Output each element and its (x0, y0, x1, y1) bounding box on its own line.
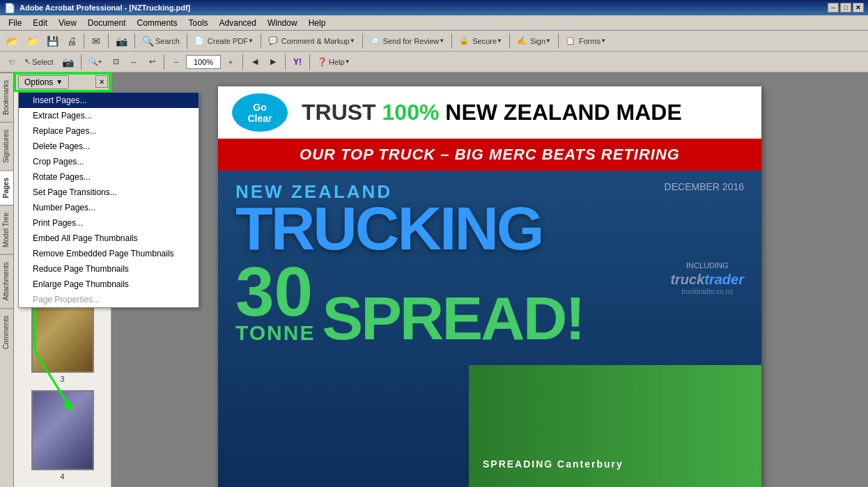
menu-file[interactable]: File (3, 17, 27, 29)
truck-image-area: SPREADING Canterbury (469, 365, 761, 487)
send-review-button[interactable]: 📨 Send for Review ▼ (366, 33, 449, 49)
menu-bar: File Edit View Document Comments Tools A… (0, 15, 868, 31)
insert-pages-item[interactable]: Insert Pages... (19, 93, 199, 108)
help-button[interactable]: ❓ Help ▼ (313, 54, 354, 70)
menu-help[interactable]: Help (303, 17, 332, 29)
hundred-percent: 100% (382, 100, 440, 125)
options-close-button[interactable]: ✕ (95, 75, 108, 88)
signatures-tab[interactable]: Signatures (0, 122, 13, 170)
hand-tool-button[interactable]: ☜ (3, 54, 20, 70)
save-icon: 💾 (47, 36, 59, 47)
rotate-pages-item[interactable]: Rotate Pages... (19, 169, 199, 185)
menu-comments[interactable]: Comments (132, 17, 183, 29)
fit-width-button[interactable]: ↔ (125, 54, 142, 70)
set-page-transitions-item[interactable]: Set Page Transitions... (19, 185, 199, 200)
lock-icon: 🔒 (459, 36, 469, 45)
nz-made: NEW ZEALAND MADE (445, 100, 682, 125)
toolbar-sep-5 (261, 33, 261, 49)
toolbar-sep-9 (558, 33, 559, 49)
email-button[interactable]: ✉ (88, 33, 104, 49)
toolbar-sep-4 (187, 33, 187, 49)
maximize-button[interactable]: □ (840, 3, 851, 13)
comments-tab[interactable]: Comments (0, 308, 13, 356)
embed-thumbnails-item[interactable]: Embed All Page Thumbnails (19, 231, 199, 246)
search-button[interactable]: 🔍 Search (139, 33, 183, 49)
print-pages-item[interactable]: Print Pages... (19, 215, 199, 231)
secure-label: Secure (472, 37, 497, 45)
nav-next-icon: ▶ (270, 57, 276, 66)
yahoo-icon: Y! (293, 57, 302, 67)
window-title: Adobe Acrobat Professional - [NZTrucking… (20, 3, 828, 12)
number-pages-item[interactable]: Number Pages... (19, 200, 199, 215)
snapshot-icon: 📷 (62, 56, 74, 68)
menu-tools[interactable]: Tools (183, 17, 214, 29)
yahoo-button[interactable]: Y! (289, 54, 306, 70)
create-pdf-icon: 📄 (194, 36, 204, 45)
delete-pages-item[interactable]: Delete Pages... (19, 139, 199, 154)
sign-button[interactable]: ✍ Sign ▼ (513, 33, 555, 49)
attachments-tab[interactable]: Attachments (0, 254, 13, 308)
toolbar-2: ☜ ↖ Select 📷 🔍+ ⊡ ↔ ↩ − 100% + ◀ ▶ Y! ❓ … (0, 52, 868, 72)
model-tree-tab[interactable]: Model Tree (0, 205, 13, 254)
zoom-out-button[interactable]: − (168, 54, 185, 70)
menu-advanced[interactable]: Advanced (214, 17, 262, 29)
sign-label: Sign (530, 37, 545, 45)
create-pdf-label: Create PDF (208, 37, 248, 45)
zoom-in-button[interactable]: 🔍+ (85, 54, 106, 70)
menu-edit[interactable]: Edit (27, 17, 53, 29)
save-button[interactable]: 💾 (43, 33, 62, 49)
nav-next-button[interactable]: ▶ (265, 54, 281, 70)
bookmarks-tab[interactable]: Bookmarks (0, 72, 13, 122)
create-pdf-button[interactable]: 📄 Create PDF ▼ (191, 33, 257, 49)
app-icon: 📄 (4, 3, 15, 13)
options-button[interactable]: Options ▼ (18, 75, 69, 89)
camera-button[interactable]: 📷 (112, 33, 131, 49)
reflow-button[interactable]: ↩ (144, 54, 160, 70)
help-label: Help (329, 58, 345, 66)
toolbar-1: 📂 📁 💾 🖨 ✉ 📷 🔍 Search 📄 Create PDF ▼ 💬 Co… (0, 31, 868, 52)
secure-button[interactable]: 🔒 Secure ▼ (456, 33, 506, 49)
nz-date: DECEMBER 2016 (665, 181, 744, 192)
truck-spreading-text: SPREADING Canterbury (483, 458, 623, 470)
extract-pages-item[interactable]: Extract Pages... (19, 108, 199, 123)
pages-tab[interactable]: Pages (0, 170, 13, 205)
menu-window[interactable]: Window (262, 17, 303, 29)
forms-button[interactable]: 📋 Forms ▼ (562, 33, 610, 49)
comment-markup-label: Comment & Markup (281, 37, 350, 45)
toolbar2-sep-3 (242, 54, 243, 70)
minimize-button[interactable]: ─ (828, 3, 839, 13)
replace-pages-item[interactable]: Replace Pages... (19, 123, 199, 139)
nav-prev-button[interactable]: ◀ (247, 54, 263, 70)
spread-text: SPREAD! (322, 293, 583, 345)
reduce-thumbnails-item[interactable]: Reduce Page Thumbnails (19, 261, 199, 277)
open-icon: 📁 (26, 36, 38, 47)
red-banner: OUR TOP TRUCK – BIG MERC BEATS RETIRING (218, 139, 761, 171)
open-button[interactable]: 📁 (23, 33, 42, 49)
zoom-input[interactable]: 100% (186, 55, 221, 69)
menu-document[interactable]: Document (82, 17, 132, 29)
toolbar-sep-3 (134, 33, 135, 49)
reflow-icon: ↩ (149, 57, 155, 66)
zoom-in-icon: 🔍+ (88, 57, 102, 66)
close-button[interactable]: ✕ (853, 3, 864, 13)
select-tool-button[interactable]: ↖ Select (21, 54, 57, 70)
comment-markup-button[interactable]: 💬 Comment & Markup ▼ (265, 33, 359, 49)
remove-thumbnails-item[interactable]: Remove Embedded Page Thumbnails (19, 246, 199, 261)
secure-arrow: ▼ (497, 38, 502, 44)
zoom-dropdown[interactable]: ⊡ (107, 54, 124, 70)
new-button[interactable]: 📂 (3, 33, 22, 49)
new-icon: 📂 (6, 36, 18, 47)
zoom-in2-button[interactable]: + (222, 54, 239, 70)
pdf-header: Go Clear TRUST 100% NEW ZEALAND MADE (218, 86, 761, 139)
thumbnail-4[interactable]: 4 (31, 390, 94, 481)
thumb-label-4: 4 (60, 472, 64, 481)
goclear-text2: Clear (247, 113, 272, 124)
snapshot-button[interactable]: 📷 (59, 54, 77, 70)
menu-view[interactable]: View (53, 17, 82, 29)
send-review-label: Send for Review (383, 37, 440, 45)
print-button[interactable]: 🖨 (63, 33, 80, 49)
crop-pages-item[interactable]: Crop Pages... (19, 154, 199, 169)
main-content: Go Clear TRUST 100% NEW ZEALAND MADE OUR… (111, 72, 868, 487)
sign-icon: ✍ (517, 36, 527, 45)
enlarge-thumbnails-item[interactable]: Enlarge Page Thumbnails (19, 277, 199, 292)
